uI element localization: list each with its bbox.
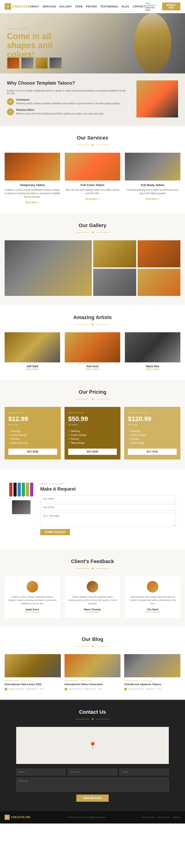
testimonials-section: Client's Feedback ✦ A tattoo is a form o… bbox=[0, 549, 185, 627]
request-form-area: MAKE A REQUEST Make A Request SUBMIT REQ… bbox=[40, 483, 176, 535]
hero-thumb-3 bbox=[35, 57, 48, 69]
blog-tag-1: KNOWLEDGE . 23/07/2022 bbox=[5, 680, 61, 682]
contact-form-row-1 bbox=[16, 769, 169, 775]
feature-gold-2: Custom Design bbox=[68, 433, 117, 437]
testimonial-text-3: Tattoo designer that strongly defend the… bbox=[128, 595, 177, 605]
footer-link-sitemap[interactable]: Sitemap bbox=[173, 816, 180, 818]
nav-contact-info: Erica Chaquez & (800) 530-5460 BOOK A VI… bbox=[145, 2, 180, 11]
artist-role-2: Tattoo Master bbox=[65, 368, 120, 371]
artist-card-2: Ash Aron Tattoo Master bbox=[65, 332, 120, 371]
services-title: Our Services bbox=[5, 135, 180, 141]
service-readmore-1[interactable]: Read More + bbox=[26, 201, 39, 204]
feature-diamond-1: Tattooing bbox=[128, 429, 177, 433]
why-icon-1: ★ bbox=[7, 98, 14, 105]
plan-price-diamond: $120.99 bbox=[128, 415, 177, 423]
pricing-section: Our Pricing ✦ BASIC PLAN $12.99 Per Mont… bbox=[0, 380, 185, 469]
pricing-header: Our Pricing ✦ bbox=[5, 389, 180, 401]
contact-title: Contact Us bbox=[5, 709, 180, 715]
nav-logo: CI CREATIVE bbox=[5, 3, 30, 10]
testimonial-role-2: Tattoo Designer bbox=[68, 611, 117, 613]
blog-title-1: International Tattoo Expo 2022 bbox=[5, 683, 61, 686]
artist-name-3: Mack Otis bbox=[125, 365, 180, 368]
phone-info: Erica Chaquez & (800) 530-5460 bbox=[145, 2, 157, 11]
bottle-blue bbox=[17, 483, 21, 497]
request-form: SUBMIT REQUEST bbox=[40, 495, 176, 535]
request-email-input[interactable] bbox=[40, 504, 176, 511]
testimonial-name-1: Aaab Arms bbox=[8, 608, 57, 611]
service-text-2: All in all color and shading makes your … bbox=[65, 188, 120, 195]
contact-email-input[interactable] bbox=[119, 769, 169, 775]
why-item-2: ✦ Painless Effect Believe us you won't f… bbox=[7, 108, 130, 115]
contact-name-input[interactable] bbox=[16, 769, 66, 775]
service-readmore-3[interactable]: Read More + bbox=[146, 198, 159, 200]
plan-cta-gold[interactable]: BUY NOW bbox=[68, 448, 117, 455]
nav-contact[interactable]: Contact bbox=[133, 5, 145, 8]
footer-link-terms[interactable]: Terms of Use bbox=[158, 816, 170, 818]
footer: CI CREATIVE INK © 2022 Creative Ink. All… bbox=[0, 811, 185, 824]
feature-basic-3: Piercing bbox=[8, 437, 57, 441]
why-title: Why Choose Template Tatoos? bbox=[7, 81, 130, 86]
feature-gold-3: Piercing bbox=[68, 437, 117, 441]
artist-name-2: Ash Aron bbox=[65, 365, 120, 368]
blog-author-icon-1 bbox=[5, 688, 7, 690]
book-visit-button[interactable]: BOOK A VISIT bbox=[162, 3, 180, 10]
contact-submit-button[interactable]: SEND MESSAGE bbox=[76, 795, 109, 802]
gallery-small-1 bbox=[93, 240, 136, 268]
plan-features-gold: Tattooing Custom Design Piercing Tattoo … bbox=[68, 429, 117, 445]
request-submit-button[interactable]: SUBMIT REQUEST bbox=[40, 529, 70, 535]
service-readmore-2[interactable]: Read More + bbox=[85, 198, 100, 200]
plan-cta-basic[interactable]: BUY NOW bbox=[8, 448, 57, 455]
request-name-input[interactable] bbox=[40, 495, 176, 502]
pricing-card-basic: BASIC PLAN $12.99 Per Month Tattooing Cu… bbox=[5, 407, 61, 460]
contact-message-input[interactable] bbox=[16, 778, 169, 792]
artists-divider: ✦ bbox=[5, 322, 180, 327]
avatar-1 bbox=[27, 581, 38, 592]
contact-divider-icon: ✦ bbox=[91, 717, 94, 721]
plan-period-diamond: Per Month bbox=[128, 424, 177, 426]
service-title-3: Full Body Tattoo bbox=[125, 183, 180, 187]
why-item-2-text: Painless Effect Believe us you won't fee… bbox=[16, 108, 104, 115]
footer-link-privacy[interactable]: Privacy Policy bbox=[142, 816, 155, 818]
feature-gold-4: Tattoo Design bbox=[68, 441, 117, 445]
testimonial-role-3: Tattoo Designer bbox=[128, 611, 177, 613]
nav-pricing[interactable]: Pricing bbox=[86, 5, 97, 8]
artist-role-1: Tattoo Master bbox=[5, 368, 60, 371]
hero-thumb-4 bbox=[49, 57, 62, 69]
nav-services[interactable]: Services bbox=[42, 5, 56, 8]
blog-tag-2: KNOWLEDGE . 23/07/2022 bbox=[65, 680, 121, 682]
plan-period-gold: Per Month bbox=[68, 424, 117, 426]
nav-team[interactable]: Team bbox=[75, 5, 82, 8]
nav-about[interactable]: About bbox=[30, 5, 40, 8]
gallery-small-2 bbox=[138, 240, 181, 268]
contact-phone-input[interactable] bbox=[68, 769, 117, 775]
plan-period-basic: Per Month bbox=[8, 424, 57, 426]
plan-label-gold: GOLD PLAN bbox=[68, 411, 117, 414]
nav-gallery[interactable]: Gallery bbox=[60, 5, 72, 8]
blog-image-3 bbox=[124, 654, 180, 677]
hero-title: Come in all shapes and colors! bbox=[7, 32, 72, 59]
testimonials-grid: A tattoo is a form of body modification … bbox=[5, 576, 180, 618]
gallery-section: Our Gallery ✦ bbox=[0, 213, 185, 305]
service-card-1: Temporary Tattoo A tattoo is a form of b… bbox=[5, 153, 60, 204]
footer-logo-icon: CI bbox=[5, 815, 10, 820]
pricing-card-gold: GOLD PLAN $50.99 Per Month Tattooing Cus… bbox=[65, 407, 121, 460]
footer-links: Privacy Policy Terms of Use Sitemap bbox=[142, 816, 180, 818]
request-message-input[interactable] bbox=[40, 513, 176, 526]
plan-cta-diamond[interactable]: BUY NOW bbox=[128, 448, 177, 455]
feature-basic-2: Custom Design bbox=[8, 433, 57, 437]
artist-card-1: Jeff Said Tattoo Master bbox=[5, 332, 60, 371]
why-item-1-text: Artistiques Whereas artistic creates por… bbox=[16, 98, 121, 105]
nav-testimonial[interactable]: Testimonial bbox=[100, 5, 119, 8]
bottle-black bbox=[13, 483, 17, 497]
service-card-3: Full Body Tattoo Full body tattooing put… bbox=[125, 153, 180, 204]
feature-diamond-4: Tattoo Design bbox=[128, 441, 177, 445]
why-content: Why Choose Template Tatoos? A tattoo is … bbox=[7, 81, 130, 119]
why-image bbox=[137, 81, 178, 118]
testimonials-divider-icon: ✦ bbox=[91, 566, 94, 571]
feature-basic-4: Tattoo Clean Up bbox=[8, 441, 57, 445]
artists-grid: Jeff Said Tattoo Master Ash Aron Tattoo … bbox=[5, 332, 180, 371]
nav-blog[interactable]: Blog bbox=[122, 5, 130, 8]
gallery-image-left bbox=[5, 240, 92, 296]
blog-title: Our Blog bbox=[5, 636, 180, 642]
map-placeholder: 📍 bbox=[16, 727, 169, 764]
